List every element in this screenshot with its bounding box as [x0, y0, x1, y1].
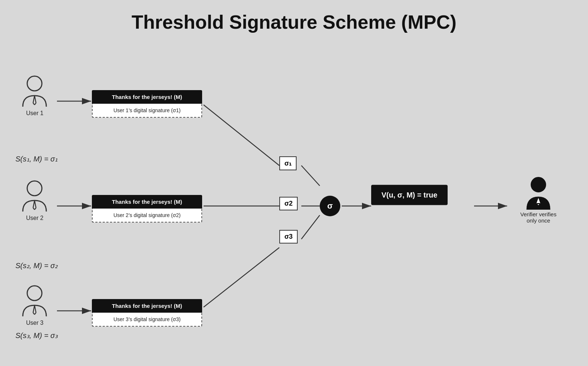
user2-figure — [19, 180, 50, 213]
verify-box: V(u, σ, M) = true — [371, 185, 448, 205]
sigma-circle-label: σ — [327, 201, 333, 211]
svg-line-4 — [204, 105, 279, 166]
svg-line-9 — [301, 215, 320, 239]
formula3: S(s₃, M) = σ₃ — [15, 331, 58, 340]
svg-point-27 — [531, 177, 546, 192]
svg-line-14 — [35, 96, 36, 103]
svg-point-17 — [27, 181, 42, 196]
user2-icon: User 2 — [19, 180, 50, 221]
msg2-bottom: User 2’s digital signature (σ2) — [92, 209, 202, 223]
message-box-3: Thanks for the jerseys! (M) User 3’s dig… — [92, 299, 202, 327]
verifier-figure — [523, 177, 554, 210]
user3-label: User 3 — [26, 320, 43, 326]
svg-point-22 — [27, 286, 42, 301]
sigma3-box: σ3 — [279, 230, 298, 244]
msg2-top: Thanks for the jerseys! (M) — [92, 195, 202, 209]
msg1-top: Thanks for the jerseys! (M) — [92, 90, 202, 104]
user1-figure — [19, 75, 50, 109]
user3-figure — [19, 285, 50, 318]
sigma3-label: σ3 — [284, 233, 293, 240]
sigma-circle: σ — [320, 196, 340, 216]
svg-line-6 — [204, 248, 279, 307]
message-box-1: Thanks for the jerseys! (M) User 1’s dig… — [92, 90, 202, 118]
page-title: Threshold Signature Scheme (MPC) — [0, 0, 588, 40]
sigma1-box: σ₁ — [279, 156, 297, 170]
diagram: User 1 S(s₁, M) = σ₁ Thanks for the jers… — [0, 40, 588, 360]
formula1: S(s₁, M) = σ₁ — [15, 154, 58, 163]
svg-line-19 — [35, 200, 36, 208]
svg-line-16 — [35, 103, 36, 105]
msg1-bottom: User 1’s digital signature (σ1) — [92, 104, 202, 118]
verifier-icon: Verifier verifies only once — [513, 177, 564, 224]
user3-icon: User 3 — [19, 285, 50, 326]
svg-line-21 — [35, 208, 36, 210]
verifier-label: Verifier verifies only once — [513, 211, 564, 224]
user2-label: User 2 — [26, 215, 43, 221]
verify-label: V(u, σ, M) = true — [381, 191, 437, 199]
svg-rect-29 — [537, 203, 540, 204]
svg-line-26 — [35, 313, 36, 315]
message-box-2: Thanks for the jerseys! (M) User 2’s dig… — [92, 195, 202, 223]
main-container: Threshold Signature Scheme (MPC) — [0, 0, 588, 366]
msg3-top: Thanks for the jerseys! (M) — [92, 299, 202, 313]
svg-line-7 — [301, 166, 320, 186]
svg-line-24 — [35, 305, 36, 313]
svg-point-12 — [27, 76, 42, 91]
formula2: S(s₂, M) = σ₂ — [15, 261, 58, 270]
sigma2-box: σ2 — [279, 197, 298, 210]
msg3-bottom: User 3’s digital signature (σ3) — [92, 313, 202, 327]
sigma2-label: σ2 — [284, 200, 293, 207]
sigma1-label: σ₁ — [284, 160, 291, 167]
user1-icon: User 1 — [19, 75, 50, 117]
user1-label: User 1 — [26, 110, 43, 117]
